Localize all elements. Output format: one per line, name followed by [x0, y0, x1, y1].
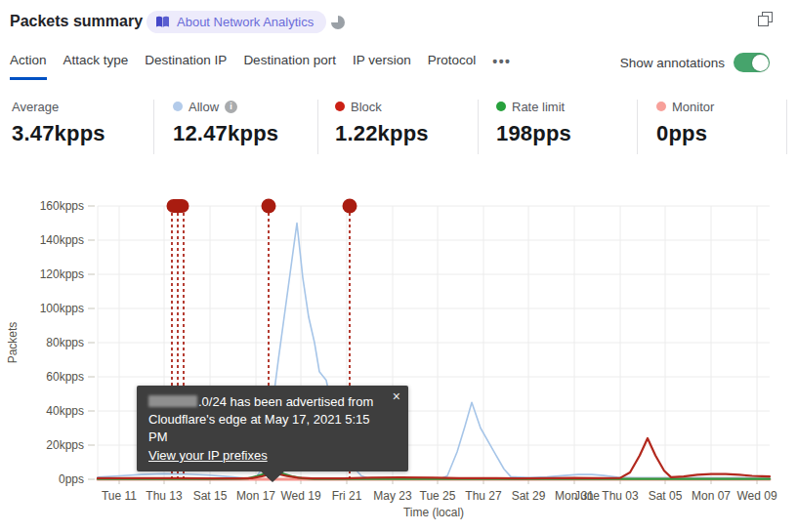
x-tick-label: Sat 29	[512, 489, 546, 503]
y-tick-label: 60kpps	[46, 370, 84, 384]
y-tick-label: 120kpps	[40, 267, 84, 281]
annotation-marker[interactable]	[167, 199, 189, 213]
annotation-marker[interactable]	[343, 199, 357, 214]
y-tick-label: 40kpps	[46, 404, 84, 418]
view-ip-prefixes-link[interactable]: View your IP prefixes	[148, 447, 268, 465]
y-tick-label: 160kpps	[40, 199, 84, 213]
x-tick-label: May 23	[373, 489, 412, 503]
x-tick-label: Sat 05	[649, 489, 683, 503]
x-tick-label: Tue 11	[102, 489, 137, 503]
y-tick-label: 140kpps	[40, 233, 84, 247]
x-tick-label: Thu 03	[602, 489, 639, 503]
x-axis-title: Time (local)	[403, 506, 464, 519]
x-tick-label: Thu 27	[465, 489, 502, 503]
y-tick-label: 0pps	[59, 472, 84, 486]
x-tick-label: Wed 19	[280, 489, 320, 503]
x-tick-label: Fri 21	[332, 489, 362, 503]
annotation-marker[interactable]	[262, 199, 276, 214]
tooltip-close-icon[interactable]: ×	[393, 389, 400, 403]
x-tick-label: June	[574, 489, 600, 503]
x-tick-label: Mon 17	[236, 489, 275, 503]
y-tick-label: 80kpps	[46, 336, 84, 349]
x-tick-label: Mon 07	[692, 489, 731, 503]
redacted-ip-prefix	[148, 395, 197, 407]
tooltip-line1: .0/24 has been advertised from	[148, 393, 385, 411]
x-tick-label: Wed 09	[736, 489, 776, 503]
tooltip-line2: Cloudflare's edge at May 17, 2021 5:15 P…	[148, 411, 385, 446]
tooltip-caret	[260, 471, 285, 482]
y-tick-label: 20kpps	[46, 438, 84, 452]
annotation-tooltip: × .0/24 has been advertised from Cloudfl…	[137, 386, 408, 471]
packets-summary-panel: Packets summary About Network Analytics …	[0, 0, 797, 532]
y-tick-label: 100kpps	[40, 302, 84, 315]
x-tick-label: Thu 13	[146, 489, 183, 503]
x-tick-label: Tue 25	[420, 489, 456, 503]
y-axis-title: Packets	[6, 322, 20, 364]
x-tick-label: Sat 15	[193, 489, 228, 503]
